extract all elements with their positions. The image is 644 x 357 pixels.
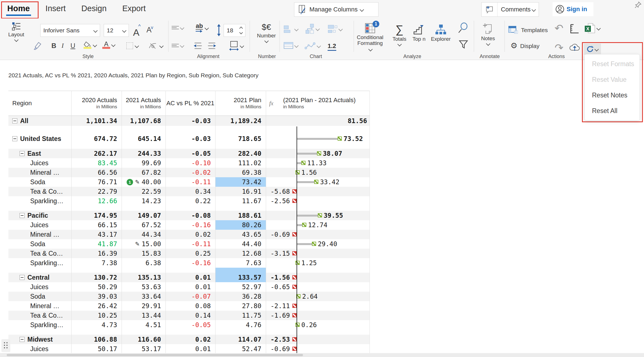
column-header-2021-plan[interactable]: 2021 Plan bbox=[234, 97, 261, 104]
cell-ac-vs-pl[interactable]: 0.02 bbox=[165, 230, 215, 239]
notes-button[interactable]: Notes bbox=[477, 23, 499, 45]
cell-2021-actuals[interactable]: 99.69 bbox=[122, 158, 165, 168]
sign-in-button[interactable]: Sign in bbox=[553, 2, 593, 16]
italic-button[interactable]: I bbox=[61, 42, 64, 49]
stepper-up-icon[interactable] bbox=[239, 27, 243, 30]
layout-button[interactable]: Layout bbox=[4, 22, 28, 41]
cell-variance-bar[interactable]: 29.40 bbox=[266, 239, 370, 249]
cell-2020-actuals[interactable]: 174.95 bbox=[71, 211, 122, 220]
cell-2021-plan[interactable]: 11.75 bbox=[215, 311, 266, 320]
column-header-formula[interactable]: (2021 Plan - 2021 Actuals) bbox=[283, 97, 370, 104]
cell-2021-plan[interactable]: 16.91 bbox=[215, 187, 266, 196]
add-comment-icon[interactable] bbox=[482, 3, 498, 16]
collapse-icon[interactable] bbox=[20, 213, 25, 218]
cell-region[interactable]: United States bbox=[8, 134, 71, 144]
column-width-button[interactable] bbox=[229, 41, 243, 51]
comments-button[interactable]: Comments bbox=[481, 2, 539, 17]
cell-region[interactable]: Juices bbox=[8, 220, 71, 230]
display-button[interactable]: ⚙ Display bbox=[510, 42, 539, 50]
cell-2021-actuals[interactable]: 67.82 bbox=[122, 168, 165, 177]
note-badge[interactable]: 1 bbox=[127, 179, 133, 185]
cell-region[interactable]: Tea & Co… bbox=[8, 311, 71, 320]
cell-2020-actuals[interactable]: 16.39 bbox=[71, 249, 122, 258]
cell-region[interactable]: Sparkling… bbox=[8, 196, 71, 206]
cell-region[interactable]: East bbox=[8, 149, 71, 158]
cell-2021-plan[interactable]: 4.76 bbox=[215, 320, 266, 330]
cell-2021-plan[interactable]: 27.80 bbox=[215, 301, 266, 311]
cell-variance-bar[interactable]: 39.55 bbox=[266, 211, 370, 220]
cell-region[interactable]: Sparkling… bbox=[8, 258, 71, 268]
cell-2021-plan[interactable]: 80.26 bbox=[215, 220, 266, 230]
cell-ac-vs-pl[interactable]: 0.22 bbox=[165, 196, 215, 206]
tab-export[interactable]: Export bbox=[120, 3, 147, 16]
borders-button[interactable] bbox=[126, 42, 138, 49]
collapse-icon[interactable] bbox=[20, 337, 25, 342]
horizontal-scrollbar[interactable] bbox=[0, 353, 644, 357]
cell-2021-plan[interactable]: 73.42 bbox=[215, 177, 266, 187]
cell-region[interactable]: Juices bbox=[8, 344, 71, 354]
cell-2021-actuals[interactable]: 116.60 bbox=[122, 335, 165, 344]
menu-item-reset-notes[interactable]: Reset Notes bbox=[585, 87, 640, 103]
cell-2020-actuals[interactable]: 10.25 bbox=[71, 311, 122, 320]
search-button[interactable] bbox=[458, 22, 468, 33]
cell-2020-actuals[interactable]: 106.88 bbox=[71, 335, 122, 344]
cell-ac-vs-pl[interactable]: -0.16 bbox=[165, 220, 215, 230]
cell-ac-vs-pl[interactable]: 0.01 bbox=[165, 344, 215, 354]
cell-region[interactable]: Soda bbox=[8, 177, 71, 187]
visual-drag-handle[interactable] bbox=[1, 339, 10, 352]
cell-ac-vs-pl[interactable]: -0.11 bbox=[165, 239, 215, 249]
collapse-icon[interactable] bbox=[20, 151, 25, 156]
cell-variance-bar[interactable]: 1.56 bbox=[266, 168, 370, 177]
redo-button[interactable]: ↷ bbox=[555, 43, 564, 52]
chart-type-3-button[interactable] bbox=[328, 25, 342, 33]
cell-region[interactable]: Tea & Co… bbox=[8, 187, 71, 196]
cell-2020-actuals[interactable]: 26.42 bbox=[71, 301, 122, 311]
cell-2021-plan[interactable]: 69.38 bbox=[215, 168, 266, 177]
cell-2021-actuals[interactable]: 15.83 bbox=[122, 249, 165, 258]
cell-ac-vs-pl[interactable]: 0.08 bbox=[165, 301, 215, 311]
cell-variance-bar[interactable]: 73.52 bbox=[266, 134, 370, 144]
cell-2021-plan[interactable]: 1,189.24 bbox=[215, 116, 266, 126]
cell-ac-vs-pl[interactable]: -0.16 bbox=[165, 258, 215, 268]
cell-2021-actuals[interactable]: 44.34 bbox=[122, 230, 165, 239]
cell-2021-actuals[interactable]: 149.07 bbox=[122, 211, 165, 220]
cell-2021-plan[interactable]: 52.97 bbox=[215, 282, 266, 292]
font-family-select[interactable]: Inforiver Sans bbox=[40, 24, 100, 37]
cell-2021-plan[interactable]: 36.28 bbox=[215, 292, 266, 301]
cell-2021-plan[interactable]: 12.68 bbox=[215, 249, 266, 258]
cell-2021-actuals[interactable]: 14.23 bbox=[122, 196, 165, 206]
menu-item-reset-formats[interactable]: Reset Formats bbox=[585, 56, 640, 72]
cell-variance-bar[interactable]: 2.64 bbox=[266, 292, 370, 301]
cell-2021-plan[interactable]: 7.63 bbox=[215, 258, 266, 268]
cell-region[interactable]: Tea & Co… bbox=[8, 249, 71, 258]
cell-ac-vs-pl[interactable]: -0.11 bbox=[165, 177, 215, 187]
cell-variance-bar[interactable]: -1.69 bbox=[266, 311, 370, 320]
cell-2021-actuals[interactable]: 6.38 bbox=[122, 258, 165, 268]
cell-2021-plan[interactable]: 43.65 bbox=[215, 230, 266, 239]
cell-ac-vs-pl[interactable]: 0.14 bbox=[165, 311, 215, 320]
manage-columns-button[interactable]: Manage Columns bbox=[294, 2, 378, 17]
cell-ac-vs-pl[interactable]: -0.07 bbox=[165, 292, 215, 301]
cell-variance-bar[interactable]: 11.33 bbox=[266, 158, 370, 168]
totals-button[interactable]: ∑ Totals bbox=[391, 23, 408, 46]
chart-type-1-button[interactable] bbox=[283, 25, 298, 33]
cell-2020-actuals[interactable]: 66.56 bbox=[71, 168, 122, 177]
cell-ac-vs-pl[interactable]: -0.03 bbox=[165, 116, 215, 126]
cell-2021-plan[interactable]: 282.40 bbox=[215, 149, 266, 158]
cell-2021-plan[interactable]: 718.65 bbox=[215, 134, 266, 144]
sparkline-button[interactable] bbox=[305, 42, 320, 50]
horizontal-align-button[interactable] bbox=[172, 43, 184, 48]
cell-2020-actuals[interactable]: 674.72 bbox=[71, 134, 122, 144]
cell-region[interactable]: Soda bbox=[8, 292, 71, 301]
templates-button[interactable]: Templates bbox=[508, 26, 548, 34]
cell-2021-actuals[interactable]: 135.13 bbox=[122, 273, 165, 282]
menu-item-reset-all[interactable]: Reset All bbox=[585, 103, 640, 119]
cell-ac-vs-pl[interactable]: 0.25 bbox=[165, 249, 215, 258]
cell-2021-plan[interactable]: 11.67 bbox=[215, 196, 266, 206]
edited-cell-pencil-icon[interactable]: ✎ bbox=[135, 241, 140, 247]
publish-button[interactable] bbox=[569, 43, 580, 52]
cell-region[interactable]: Sparkling… bbox=[8, 320, 71, 330]
filter-button[interactable] bbox=[458, 40, 468, 50]
cell-ac-vs-pl[interactable]: -0.05 bbox=[165, 149, 215, 158]
export-excel-button[interactable]: X bbox=[584, 23, 600, 33]
